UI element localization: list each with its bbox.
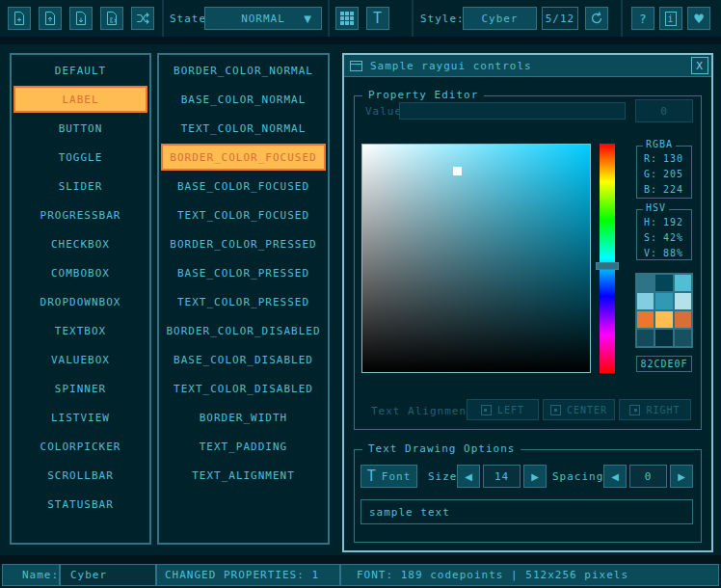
- list-item-border_width[interactable]: BORDER_WIDTH: [161, 404, 326, 431]
- file-open-button[interactable]: [39, 7, 62, 30]
- window-titlebar[interactable]: Sample raygui controls X: [344, 55, 711, 77]
- palette-swatch[interactable]: [655, 330, 672, 346]
- file-new-button[interactable]: [8, 7, 31, 30]
- list-item-listview[interactable]: LISTVIEW: [13, 404, 147, 431]
- list-item-colorpicker[interactable]: COLORPICKER: [13, 433, 147, 460]
- g-label: G:: [644, 167, 657, 182]
- list-item-spinner[interactable]: SPINNER: [13, 375, 147, 402]
- statusbar-divider: [0, 555, 721, 564]
- palette-swatch[interactable]: [637, 330, 654, 346]
- sponsor-button[interactable]: ♥: [687, 7, 710, 30]
- list-item-slider[interactable]: SLIDER: [13, 173, 147, 200]
- sample-text-textbox[interactable]: sample text: [360, 499, 693, 524]
- window-close-button[interactable]: X: [691, 57, 708, 74]
- state-dropdown[interactable]: NORMAL ▼: [204, 7, 322, 30]
- palette-swatch[interactable]: [655, 311, 672, 328]
- hex-value-textbox[interactable]: 82CDE0F: [636, 356, 692, 372]
- text-drawing-options-group: Text Drawing Options T Font Size: ◀ 14 ▶…: [354, 449, 702, 543]
- s-value: 42%: [663, 230, 683, 246]
- file-export-button[interactable]: [100, 7, 123, 30]
- list-item-dropdownbox[interactable]: DROPDOWNBOX: [13, 288, 147, 315]
- palette-swatch[interactable]: [675, 330, 691, 346]
- list-item-valuebox[interactable]: VALUEBOX: [13, 346, 147, 373]
- font-button[interactable]: T Font: [360, 465, 417, 488]
- list-item-checkbox[interactable]: CHECKBOX: [13, 230, 147, 257]
- color-picker-cursor[interactable]: [453, 167, 462, 175]
- palette-swatch[interactable]: [675, 293, 691, 309]
- list-item-combobox[interactable]: COMBOBOX: [13, 259, 147, 286]
- align-right-toggle[interactable]: RIGHT: [619, 399, 691, 420]
- hue-slider-handle[interactable]: [596, 262, 619, 270]
- controls-listview: DEFAULTLABELBUTTONTOGGLESLIDERPROGRESSBA…: [10, 53, 151, 545]
- list-item-base_color_focused[interactable]: BASE_COLOR_FOCUSED: [161, 173, 326, 200]
- hue-gradient[interactable]: [600, 144, 615, 373]
- list-item-base_color_normal[interactable]: BASE_COLOR_NORMAL: [161, 86, 326, 113]
- table-view-button[interactable]: [335, 7, 359, 30]
- toolbar-separator: [328, 0, 330, 37]
- file-save-button[interactable]: [69, 7, 93, 30]
- list-item-scrollbar[interactable]: SCROLLBAR: [13, 462, 147, 489]
- align-center-label: CENTER: [567, 405, 607, 415]
- style-name-button[interactable]: Cyber: [463, 7, 537, 30]
- list-item-textbox[interactable]: TEXTBOX: [13, 317, 147, 344]
- file-new-icon: [12, 11, 27, 26]
- align-left-label: LEFT: [497, 405, 524, 415]
- list-item-label[interactable]: LABEL: [13, 86, 147, 113]
- list-item-text_color_disabled[interactable]: TEXT_COLOR_DISABLED: [161, 375, 326, 402]
- list-item-border_color_normal[interactable]: BORDER_COLOR_NORMAL: [161, 57, 326, 84]
- spacing-decrease-button[interactable]: ◀: [603, 465, 627, 488]
- list-item-border_color_pressed[interactable]: BORDER_COLOR_PRESSED: [161, 230, 326, 257]
- value-textbox[interactable]: [399, 102, 626, 120]
- palette-swatch[interactable]: [637, 293, 654, 309]
- align-center-toggle[interactable]: CENTER: [543, 399, 615, 420]
- style-name-textbox[interactable]: Cyber: [60, 564, 156, 586]
- palette-swatch[interactable]: [675, 311, 691, 328]
- value-spinner[interactable]: 0: [635, 99, 693, 122]
- list-item-border_color_focused[interactable]: BORDER_COLOR_FOCUSED: [161, 144, 326, 171]
- palette-swatch[interactable]: [637, 311, 654, 328]
- color-picker-panel[interactable]: [361, 144, 591, 373]
- style-reload-button[interactable]: [585, 7, 608, 30]
- list-item-progressbar[interactable]: PROGRESSBAR: [13, 201, 147, 228]
- list-item-button[interactable]: BUTTON: [13, 115, 147, 142]
- spacing-increase-button[interactable]: ▶: [670, 465, 693, 488]
- palette-swatch[interactable]: [637, 275, 654, 291]
- style-color-palette: [635, 273, 693, 348]
- style-label: Style:: [420, 0, 465, 37]
- list-item-text_padding[interactable]: TEXT_PADDING: [161, 433, 326, 460]
- list-item-statusbar[interactable]: STATUSBAR: [13, 491, 147, 518]
- file-save-icon: [73, 11, 89, 26]
- style-random-button[interactable]: [131, 7, 154, 30]
- palette-swatch[interactable]: [655, 275, 672, 291]
- list-item-text_color_focused[interactable]: TEXT_COLOR_FOCUSED: [161, 201, 326, 228]
- size-valuebox[interactable]: 14: [483, 465, 521, 488]
- list-item-default[interactable]: DEFAULT: [13, 57, 147, 84]
- font-edit-button[interactable]: T: [366, 7, 389, 30]
- state-dropdown-value: NORMAL: [241, 13, 285, 25]
- grid-icon: [340, 12, 354, 25]
- list-item-border_color_disabled[interactable]: BORDER_COLOR_DISABLED: [161, 317, 326, 344]
- list-item-base_color_disabled[interactable]: BASE_COLOR_DISABLED: [161, 346, 326, 373]
- properties-listview: BORDER_COLOR_NORMALBASE_COLOR_NORMALTEXT…: [157, 53, 330, 545]
- hue-bar[interactable]: [596, 144, 619, 373]
- list-item-toggle[interactable]: TOGGLE: [13, 144, 147, 171]
- list-item-text_alignment[interactable]: TEXT_ALIGNMENT: [161, 462, 326, 489]
- style-index-valuebox[interactable]: 5/12: [542, 7, 578, 30]
- spacing-valuebox[interactable]: 0: [629, 465, 667, 488]
- align-left-toggle[interactable]: LEFT: [467, 399, 539, 420]
- help-button[interactable]: ?: [631, 7, 654, 30]
- align-center-icon: [550, 405, 561, 415]
- list-item-base_color_pressed[interactable]: BASE_COLOR_PRESSED: [161, 259, 326, 286]
- b-label: B:: [644, 182, 657, 198]
- g-value: 205: [663, 167, 683, 182]
- list-item-text_color_normal[interactable]: TEXT_COLOR_NORMAL: [161, 115, 326, 142]
- size-increase-button[interactable]: ▶: [523, 465, 547, 488]
- palette-swatch[interactable]: [675, 275, 691, 291]
- s-label: S:: [644, 230, 657, 246]
- left-arrow-icon: ◀: [611, 471, 619, 482]
- hsv-group: HSV H:192 S:42% V:88%: [636, 209, 692, 260]
- palette-swatch[interactable]: [655, 293, 672, 309]
- about-button[interactable]: i: [659, 7, 682, 30]
- size-decrease-button[interactable]: ◀: [457, 465, 480, 488]
- list-item-text_color_pressed[interactable]: TEXT_COLOR_PRESSED: [161, 288, 326, 315]
